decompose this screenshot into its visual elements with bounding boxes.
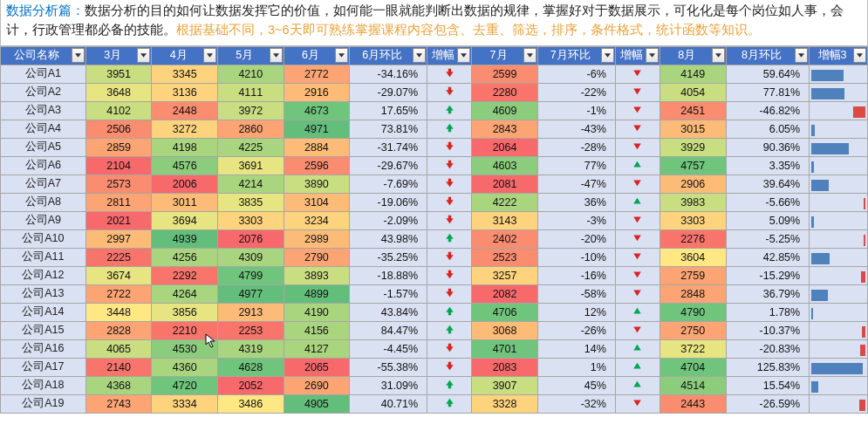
filter-dropdown-icon[interactable]	[72, 48, 85, 63]
filter-dropdown-icon[interactable]	[795, 48, 808, 63]
cell-p7[interactable]: -28%	[537, 138, 615, 156]
cell-p6[interactable]: 31.09%	[350, 376, 427, 394]
table-row[interactable]: 公司A15282822102253415684.47%3068-26%2750-…	[1, 321, 868, 339]
cell-m6[interactable]: 3893	[284, 266, 350, 284]
cell-m5[interactable]: 2913	[218, 303, 284, 321]
cell-m5[interactable]: 3972	[218, 101, 284, 120]
cell-m4[interactable]: 4264	[152, 284, 218, 303]
cell-m8[interactable]: 4149	[660, 65, 726, 83]
cell-p6[interactable]: 17.65%	[350, 101, 427, 120]
cell-a7[interactable]	[615, 101, 660, 120]
cell-bar[interactable]	[810, 229, 868, 248]
table-row[interactable]: 公司A3410224483972467317.65%4609-1%2451-46…	[1, 101, 868, 120]
cell-a7[interactable]	[615, 156, 660, 175]
cell-a6[interactable]	[427, 266, 472, 284]
cell-m4[interactable]: 4256	[152, 248, 218, 266]
cell-m4[interactable]: 2448	[152, 101, 218, 120]
cell-bar[interactable]	[810, 321, 868, 339]
cell-m8[interactable]: 4704	[660, 358, 726, 376]
cell-a6[interactable]	[427, 175, 472, 193]
cell-name[interactable]: 公司A7	[1, 175, 86, 193]
cell-m7[interactable]: 4603	[472, 156, 538, 175]
cell-p8[interactable]: 6.05%	[726, 120, 810, 138]
cell-p8[interactable]: -46.82%	[726, 101, 810, 120]
cell-p7[interactable]: 45%	[537, 376, 615, 394]
col-header-12[interactable]: 增幅3	[810, 46, 868, 65]
cell-m5[interactable]: 4319	[218, 339, 284, 358]
table-row[interactable]: 公司A10299749392076298943.98%2402-20%2276-…	[1, 229, 868, 248]
cell-name[interactable]: 公司A16	[1, 339, 86, 358]
cell-p6[interactable]: 43.84%	[350, 303, 427, 321]
cell-m8[interactable]: 3929	[660, 138, 726, 156]
cell-m4[interactable]: 3694	[152, 211, 218, 229]
cell-a7[interactable]	[615, 394, 660, 413]
cell-a6[interactable]	[427, 120, 472, 138]
cell-p8[interactable]: 77.81%	[726, 83, 810, 101]
cell-m3[interactable]: 3448	[85, 303, 152, 321]
cell-bar[interactable]	[810, 303, 868, 321]
cell-m5[interactable]: 3691	[218, 156, 284, 175]
cell-p8[interactable]: -26.59%	[726, 394, 810, 413]
cell-m7[interactable]: 2064	[472, 138, 538, 156]
cell-m3[interactable]: 2722	[85, 284, 152, 303]
cell-m8[interactable]: 3015	[660, 120, 726, 138]
table-row[interactable]: 公司A172140436046282065-55.38%20831%470412…	[1, 358, 868, 376]
cell-a7[interactable]	[615, 211, 660, 229]
cell-m7[interactable]: 3068	[472, 321, 538, 339]
cell-a7[interactable]	[615, 138, 660, 156]
cell-a6[interactable]	[427, 101, 472, 120]
cell-m5[interactable]: 2052	[218, 376, 284, 394]
filter-dropdown-icon[interactable]	[601, 48, 614, 63]
cell-m4[interactable]: 4530	[152, 339, 218, 358]
cell-m6[interactable]: 4971	[284, 120, 350, 138]
cell-m4[interactable]: 3856	[152, 303, 218, 321]
cell-name[interactable]: 公司A18	[1, 376, 86, 394]
cell-p8[interactable]: 36.79%	[726, 284, 810, 303]
cell-p6[interactable]: -29.67%	[350, 156, 427, 175]
cell-name[interactable]: 公司A8	[1, 193, 86, 211]
cell-m4[interactable]: 3136	[152, 83, 218, 101]
cell-p6[interactable]: -2.09%	[350, 211, 427, 229]
cell-bar[interactable]	[810, 211, 868, 229]
cell-a7[interactable]	[615, 193, 660, 211]
cell-p8[interactable]: -20.83%	[726, 339, 810, 358]
cell-m5[interactable]: 4111	[218, 83, 284, 101]
filter-dropdown-icon[interactable]	[203, 48, 216, 63]
cell-m7[interactable]: 4706	[472, 303, 538, 321]
col-header-8[interactable]: 7月环比	[537, 46, 615, 65]
table-row[interactable]: 公司A112225425643092790-35.25%2523-10%3604…	[1, 248, 868, 266]
cell-p8[interactable]: -5.25%	[726, 229, 810, 248]
cell-name[interactable]: 公司A11	[1, 248, 86, 266]
cell-p6[interactable]: -1.57%	[350, 284, 427, 303]
cell-p7[interactable]: -58%	[537, 284, 615, 303]
cell-p6[interactable]: 43.98%	[350, 229, 427, 248]
table-row[interactable]: 公司A82811301138353104-19.06%422236%3983-5…	[1, 193, 868, 211]
cell-m3[interactable]: 4368	[85, 376, 152, 394]
table-row[interactable]: 公司A23648313641112916-29.07%2280-22%40547…	[1, 83, 868, 101]
cell-p7[interactable]: -43%	[537, 120, 615, 138]
cell-a6[interactable]	[427, 321, 472, 339]
cell-m3[interactable]: 3951	[85, 65, 152, 83]
cell-m4[interactable]: 3272	[152, 120, 218, 138]
cell-m7[interactable]: 2843	[472, 120, 538, 138]
cell-name[interactable]: 公司A19	[1, 394, 86, 413]
cell-bar[interactable]	[810, 156, 868, 175]
cell-p7[interactable]: -6%	[537, 65, 615, 83]
cell-name[interactable]: 公司A6	[1, 156, 86, 175]
cell-m8[interactable]: 3983	[660, 193, 726, 211]
cell-m5[interactable]: 4628	[218, 358, 284, 376]
cell-m3[interactable]: 2859	[85, 138, 152, 156]
cell-m3[interactable]: 2743	[85, 394, 152, 413]
cell-a6[interactable]	[427, 65, 472, 83]
cell-a7[interactable]	[615, 321, 660, 339]
cell-a6[interactable]	[427, 339, 472, 358]
cell-m5[interactable]: 4225	[218, 138, 284, 156]
cell-a7[interactable]	[615, 83, 660, 101]
cell-name[interactable]: 公司A17	[1, 358, 86, 376]
cell-m6[interactable]: 4905	[284, 394, 350, 413]
cell-a6[interactable]	[427, 211, 472, 229]
cell-p8[interactable]: 42.85%	[726, 248, 810, 266]
cell-a6[interactable]	[427, 229, 472, 248]
cell-a7[interactable]	[615, 376, 660, 394]
table-row[interactable]: 公司A123674229247993893-18.88%3257-16%2759…	[1, 266, 868, 284]
